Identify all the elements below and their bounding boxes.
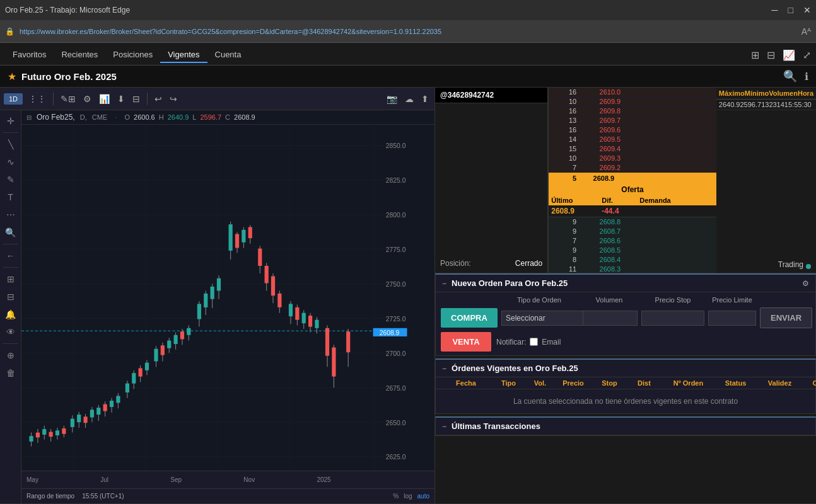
tab-posiciones[interactable]: Posiciones: [105, 47, 160, 63]
svg-rect-18: [29, 436, 33, 442]
ohlcv-panel: Máximo Mínimo Volumen Hora 2640.9 2596.7…: [716, 88, 816, 273]
chart-range-label: Rango de tiempo: [26, 493, 74, 500]
cloud-save-icon[interactable]: ☁: [403, 92, 416, 106]
eye-icon[interactable]: 👁: [1, 324, 20, 340]
svg-rect-32: [77, 415, 81, 422]
precio-stop-input[interactable]: [641, 311, 704, 326]
symbol-bar: ⊟ Oro Feb25, D, CME · O 2600.6 H 2640.9 …: [21, 110, 434, 125]
maximo-value: 2640.9: [719, 101, 740, 108]
trend-line-tool[interactable]: ╲: [1, 136, 20, 152]
svg-rect-20: [36, 433, 40, 438]
minimize-button[interactable]: ─: [772, 5, 778, 15]
svg-text:2700.0: 2700.0: [386, 349, 406, 357]
svg-rect-58: [167, 341, 171, 348]
hora-header: Hora: [798, 89, 813, 97]
timeframe-1d-button[interactable]: 1D: [4, 93, 23, 105]
symbol-expand-icon[interactable]: ⊟: [26, 114, 32, 121]
bid-level-5: 11 2608.3: [549, 265, 716, 273]
ask-level-8: 7 2609.2: [549, 163, 716, 173]
svg-rect-84: [265, 266, 269, 283]
camera-icon[interactable]: 📷: [385, 92, 399, 106]
ultimas-title: Últimas Transacciones: [452, 421, 809, 431]
ultimas-collapse-button[interactable]: −: [442, 422, 446, 431]
tab-cuenta[interactable]: Cuenta: [207, 47, 249, 63]
svg-rect-30: [71, 419, 74, 427]
tab-favoritos[interactable]: Favoritos: [5, 47, 54, 63]
toolbar-separator-2: [3, 244, 18, 244]
svg-text:2675.0: 2675.0: [386, 384, 406, 391]
text-tool[interactable]: T: [1, 189, 20, 205]
chart-icon[interactable]: 📈: [783, 49, 795, 61]
search-icon[interactable]: 🔍: [783, 69, 797, 83]
cloud-download-icon[interactable]: ⬆: [419, 92, 431, 106]
bid-level-2: 7 2608.6: [549, 236, 716, 246]
close-value: 2608.9: [234, 113, 255, 121]
time-label-may: May: [26, 476, 38, 483]
toolbar-separator-4: [3, 343, 18, 344]
snapshot-icon[interactable]: ⊟: [131, 92, 142, 106]
svg-rect-46: [125, 384, 129, 392]
log-mode-button[interactable]: log: [404, 493, 412, 500]
time-label-nov: Nov: [243, 476, 255, 483]
ohlcv-header: Máximo Mínimo Volumen Hora: [716, 88, 816, 100]
tipo-orden-select[interactable]: Seleccionar: [501, 311, 583, 326]
brush-tool[interactable]: ✎: [1, 171, 20, 188]
curve-tool[interactable]: ∿: [1, 154, 20, 170]
vigentes-collapse-button[interactable]: −: [442, 364, 446, 373]
hora-value: 15:55:30: [784, 101, 812, 108]
url-display[interactable]: https://www.ibroker.es/Broker/Broker/She…: [20, 28, 796, 35]
expand-icon[interactable]: ⤢: [803, 49, 811, 61]
percent-mode-button[interactable]: %: [393, 493, 399, 500]
svg-rect-24: [49, 432, 53, 437]
svg-rect-48: [132, 373, 136, 383]
bar-type-icon[interactable]: 📊: [97, 92, 112, 106]
compra-button[interactable]: COMPRA: [441, 308, 498, 328]
settings-icon[interactable]: ⚙: [802, 279, 809, 288]
drawing-tools-icon[interactable]: ✎⊞: [59, 92, 78, 106]
timeframe-menu-icon[interactable]: ⋮⋮: [26, 92, 48, 106]
precio-stop-col: Precio Stop: [641, 296, 704, 305]
columns-icon[interactable]: ⊟: [767, 49, 775, 61]
indicators-icon[interactable]: ⚙: [81, 92, 93, 106]
auto-mode-button[interactable]: auto: [417, 493, 429, 500]
toolbar-separator-3: [3, 267, 18, 268]
email-checkbox[interactable]: [530, 338, 538, 346]
zoom-tool[interactable]: 🔍: [1, 224, 20, 241]
new-order-title: Nueva Orden Para Oro Feb.25: [452, 278, 802, 288]
compare-icon[interactable]: ⬇: [115, 92, 127, 106]
volumen-input[interactable]: [581, 311, 638, 326]
trading-indicator-area: Trading: [716, 110, 816, 273]
layers-icon[interactable]: ⊕: [1, 347, 20, 364]
chart-canvas[interactable]: 2850.0 2825.0 2800.0 2775.0 2750.0 2725.…: [21, 125, 434, 471]
svg-rect-34: [83, 416, 87, 423]
measure-tool[interactable]: ⋯: [1, 207, 20, 223]
alerts-icon[interactable]: 🔔: [1, 306, 20, 323]
info-icon[interactable]: ℹ: [805, 71, 808, 83]
open-value: 2600.6: [134, 113, 155, 121]
trash-icon[interactable]: 🗑: [1, 365, 20, 381]
back-icon[interactable]: ←: [1, 248, 20, 264]
svg-rect-68: [204, 294, 207, 307]
compare-overlay-icon[interactable]: ⊟: [1, 289, 20, 305]
close-button[interactable]: ✕: [803, 5, 811, 15]
toolbar-separator: [3, 132, 18, 133]
precio-limite-input[interactable]: [708, 311, 756, 326]
enviar-button[interactable]: ENVIAR: [760, 307, 812, 328]
venta-button[interactable]: VENTA: [441, 332, 491, 352]
star-icon[interactable]: ★: [8, 71, 16, 83]
email-label: Email: [542, 338, 561, 346]
svg-rect-96: [308, 316, 312, 327]
redo-icon[interactable]: ↪: [168, 92, 179, 106]
demanda-header: Demanda: [639, 197, 714, 204]
tab-recientes[interactable]: Recientes: [54, 47, 105, 63]
crosshair-tool[interactable]: ✛: [1, 113, 20, 129]
grid-layout-icon[interactable]: ⊞: [1, 271, 20, 287]
collapse-button[interactable]: −: [442, 279, 446, 288]
undo-icon[interactable]: ↩: [153, 92, 164, 106]
grid-icon[interactable]: ⊞: [751, 49, 759, 61]
reader-mode-icon[interactable]: Aᴬ: [801, 26, 811, 37]
maximize-button[interactable]: □: [788, 5, 793, 15]
ask-level-7: 10 2609.3: [549, 154, 716, 163]
order-form-header-row: Tipo de Orden Volumen Precio Stop Precio…: [441, 296, 810, 305]
tab-vigentes[interactable]: Vigentes: [160, 47, 207, 63]
